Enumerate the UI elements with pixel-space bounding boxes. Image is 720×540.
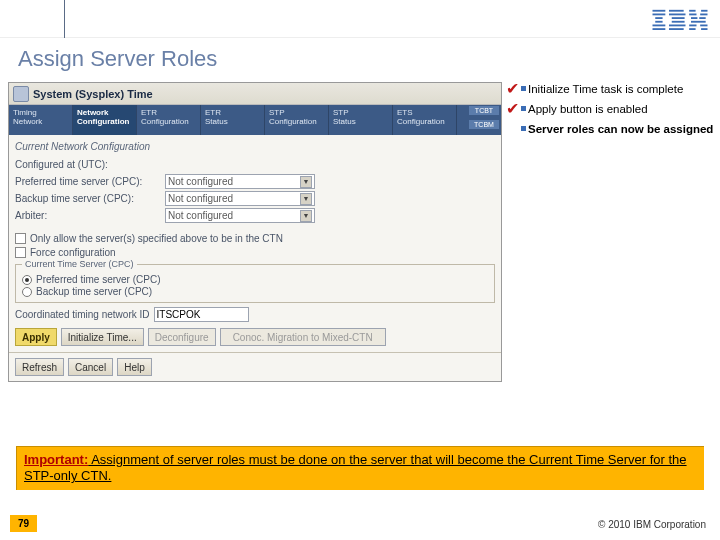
tab-label: Status (205, 117, 228, 126)
tab-label: Status (333, 117, 356, 126)
tab-label: Timing (13, 108, 37, 117)
force-checkbox[interactable]: Force configuration (15, 247, 495, 258)
side-code-bottom: TCBM (469, 120, 499, 129)
tab-label: ETS (397, 108, 413, 117)
svg-rect-19 (689, 25, 696, 27)
cancel-button[interactable]: Cancel (68, 358, 113, 376)
screenshot-panel: System (Sysplex) Time TimingNetwork Netw… (8, 82, 502, 382)
tab-label: Configuration (397, 117, 445, 126)
bullet-icon (521, 106, 526, 111)
coord-input[interactable] (154, 307, 249, 322)
svg-rect-18 (691, 21, 706, 23)
window-icon (13, 86, 29, 102)
refresh-button[interactable]: Refresh (15, 358, 64, 376)
svg-rect-16 (691, 17, 697, 19)
svg-rect-2 (655, 17, 662, 19)
tab-bar: TimingNetwork NetworkConfiguration ETRCo… (9, 105, 501, 135)
backup-label: Backup time server (CPC): (15, 193, 165, 204)
chevron-down-icon: ▼ (300, 210, 312, 222)
only-allow-checkbox[interactable]: Only allow the server(s) specified above… (15, 233, 495, 244)
arbiter-select[interactable]: Not configured▼ (165, 208, 315, 223)
side-code-top: TCBT (469, 106, 499, 115)
preferred-select[interactable]: Not configured▼ (165, 174, 315, 189)
tab-stp-configuration[interactable]: STPConfiguration (265, 105, 329, 135)
window-title: System (Sysplex) Time (33, 88, 153, 100)
important-callout: Important: Assignment of server roles mu… (16, 446, 704, 490)
ibm-logo (652, 8, 708, 34)
svg-rect-17 (699, 17, 705, 19)
svg-rect-21 (689, 28, 695, 30)
check-icon: ✔ (506, 99, 519, 118)
tab-etr-configuration[interactable]: ETRConfiguration (137, 105, 201, 135)
migration-button: Conoc. Migration to Mixed-CTN (220, 328, 386, 346)
chevron-down-icon: ▼ (300, 176, 312, 188)
checkbox-label: Only allow the server(s) specified above… (30, 233, 283, 244)
svg-rect-10 (669, 25, 686, 27)
svg-rect-4 (653, 25, 666, 27)
tab-network-configuration[interactable]: NetworkConfiguration (73, 105, 137, 135)
radio-label: Preferred time server (CPC) (36, 274, 160, 285)
tab-label: STP (333, 108, 349, 117)
svg-rect-11 (669, 28, 684, 30)
tab-label: STP (269, 108, 285, 117)
select-value: Not configured (168, 210, 233, 221)
svg-rect-6 (669, 10, 684, 12)
section-label: Current Network Configuration (15, 141, 495, 152)
svg-rect-12 (689, 10, 695, 12)
current-time-server-group: Current Time Server (CPC) Preferred time… (15, 264, 495, 303)
group-legend: Current Time Server (CPC) (22, 259, 137, 269)
svg-rect-9 (672, 21, 685, 23)
svg-rect-13 (701, 10, 707, 12)
top-bar (0, 0, 720, 38)
note-text: Apply button is enabled (528, 102, 714, 116)
page-number: 79 (10, 515, 37, 532)
radio-label: Backup time server (CPC) (36, 286, 152, 297)
config-panel: Current Network Configuration Configured… (9, 135, 501, 352)
tab-timing-network[interactable]: TimingNetwork (9, 105, 73, 135)
configured-at-label: Configured at (UTC): (15, 159, 165, 170)
svg-rect-15 (700, 14, 707, 16)
note-item: Server roles can now be assigned (510, 122, 714, 136)
select-value: Not configured (168, 176, 233, 187)
svg-rect-22 (701, 28, 707, 30)
tab-label: Configuration (77, 117, 129, 126)
arbiter-label: Arbiter: (15, 210, 165, 221)
tab-label: Network (13, 117, 42, 126)
svg-rect-1 (653, 14, 666, 16)
check-icon: ✔ (506, 79, 519, 98)
content-area: System (Sysplex) Time TimingNetwork Netw… (0, 78, 720, 382)
deconfigure-button: Deconfigure (148, 328, 216, 346)
svg-rect-3 (655, 21, 662, 23)
important-label: Important: (24, 452, 88, 467)
help-button[interactable]: Help (117, 358, 152, 376)
select-value: Not configured (168, 193, 233, 204)
tab-label: Network (77, 108, 109, 117)
note-text: Initialize Time task is complete (528, 82, 714, 96)
tab-stp-status[interactable]: STPStatus (329, 105, 393, 135)
coord-label: Coordinated timing network ID (15, 309, 150, 320)
chevron-down-icon: ▼ (300, 193, 312, 205)
important-text: Assignment of server roles must be done … (24, 452, 687, 483)
backup-select[interactable]: Not configured▼ (165, 191, 315, 206)
svg-rect-0 (653, 10, 666, 12)
apply-button[interactable]: Apply (15, 328, 57, 346)
preferred-label: Preferred time server (CPC): (15, 176, 165, 187)
svg-rect-20 (700, 25, 707, 27)
tab-label: Configuration (141, 117, 189, 126)
tab-etr-status[interactable]: ETRStatus (201, 105, 265, 135)
initialize-time-button[interactable]: Initialize Time... (61, 328, 144, 346)
bullet-icon (521, 86, 526, 91)
svg-rect-14 (689, 14, 696, 16)
radio-backup[interactable]: Backup time server (CPC) (22, 286, 488, 297)
svg-rect-7 (669, 14, 686, 16)
tab-ets-configuration[interactable]: ETSConfiguration (393, 105, 457, 135)
bullet-icon (521, 126, 526, 131)
copyright: © 2010 IBM Corporation (598, 519, 706, 530)
radio-preferred[interactable]: Preferred time server (CPC) (22, 274, 488, 285)
radio-dot (22, 275, 32, 285)
note-item: ✔ Apply button is enabled (510, 102, 714, 116)
note-text: Server roles can now be assigned (528, 122, 714, 136)
bullet-notes: ✔ Initialize Time task is complete ✔ App… (502, 82, 714, 382)
tab-label: ETR (141, 108, 157, 117)
svg-rect-5 (653, 28, 666, 30)
